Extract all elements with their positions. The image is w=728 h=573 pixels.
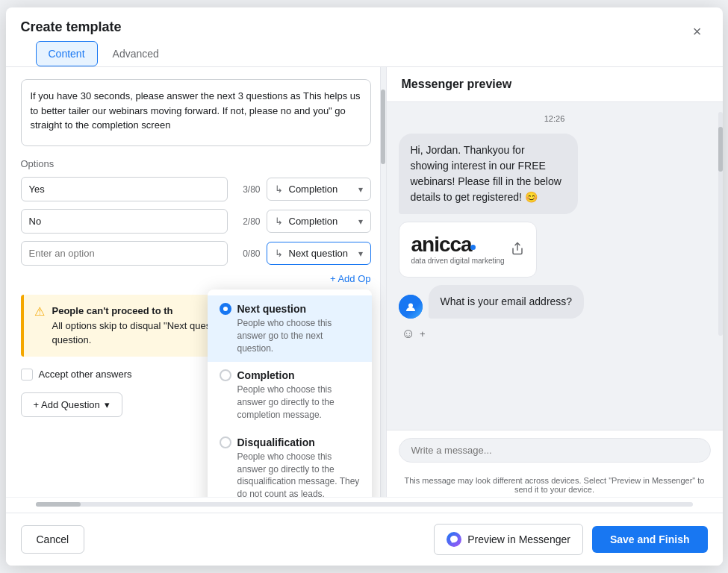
messenger-preview-area: 12:26 Hi, Jordan. Thankyou for showing i… (387, 102, 723, 430)
dropdown-item-next-question[interactable]: Next question People who choose this ans… (208, 295, 372, 362)
avatar-inner (399, 295, 423, 319)
right-panel: Messenger preview 12:26 Hi, Jordan. Than… (387, 67, 723, 497)
left-panel: If you have 30 seconds, please answer th… (6, 67, 387, 497)
tab-content[interactable]: Content (36, 41, 98, 66)
chevron-down-icon-empty: ▾ (358, 248, 363, 259)
chevron-down-icon-no: ▾ (358, 216, 363, 227)
horizontal-scroll-area (6, 497, 723, 513)
dest-arrow-yes: ↳ (275, 184, 283, 195)
option-input-empty[interactable] (21, 241, 228, 266)
dest-arrow-empty: ↳ (275, 248, 283, 259)
preview-label: Preview in Messenger (467, 533, 570, 545)
chevron-down-icon-yes: ▾ (358, 184, 363, 195)
dest-label-yes: Completion (289, 184, 338, 195)
anicca-logo-text: anicca (411, 234, 505, 255)
option-row-yes: 3/80 ↳ Completion ▾ (21, 177, 371, 201)
modal-header: Create template Content Advanced × (6, 7, 723, 67)
add-option-button[interactable]: + Add Op (330, 273, 371, 284)
right-panel-scrollbar (718, 112, 723, 336)
preview-note: This message may look different across d… (387, 470, 723, 497)
anicca-tagline: data driven digital marketing (411, 257, 505, 265)
right-panel-scrollthumb[interactable] (718, 127, 723, 172)
option-row-no: 2/80 ↳ Completion ▾ (21, 209, 371, 234)
svg-point-1 (408, 304, 413, 308)
left-panel-scrollbar (380, 67, 386, 497)
cancel-button[interactable]: Cancel (21, 525, 85, 554)
dropdown-item-disqualification[interactable]: Disqualification People who choose this … (208, 429, 372, 497)
horizontal-scrollthumb[interactable] (36, 502, 81, 507)
dropdown-desc-completion: People who choose this answer go directl… (220, 383, 360, 421)
messenger-icon (447, 532, 461, 547)
question-text[interactable]: If you have 30 seconds, please answer th… (21, 79, 371, 146)
dropdown-label-completion: Completion (237, 369, 295, 381)
add-question-button[interactable]: + Add Question ▾ (21, 392, 122, 417)
radio-inner (223, 307, 228, 311)
horizontal-scrollbar (36, 502, 693, 507)
chevron-down-icon-add-question: ▾ (105, 399, 110, 410)
close-button[interactable]: × (687, 21, 708, 42)
destination-dropdown: Next question People who choose this ans… (208, 289, 372, 497)
modal-footer: Cancel Preview in Messenger Save and Fin… (6, 513, 723, 566)
message-input-row (387, 430, 723, 470)
warning-icon: ⚠ (34, 304, 45, 319)
option-input-yes[interactable] (21, 177, 228, 201)
emoji-add-row: ☺ + (399, 326, 711, 342)
modal-body: If you have 30 seconds, please answer th… (6, 67, 723, 497)
messenger-preview-header: Messenger preview (387, 67, 723, 102)
left-panel-scrollthumb[interactable] (381, 90, 385, 164)
emoji-button[interactable]: ☺ (402, 326, 415, 342)
chat-bubble-welcome: Hi, Jordan. Thankyou for showing interes… (399, 134, 578, 214)
anicca-logo-block: anicca data driven digital marketing (411, 234, 505, 265)
dest-label-no: Completion (289, 216, 338, 227)
accept-label: Accept other answers (39, 369, 132, 380)
chat-row-email: What is your email address? (399, 285, 711, 319)
option-dest-no[interactable]: ↳ Completion ▾ (267, 210, 371, 233)
modal-title: Create template (21, 19, 171, 35)
chat-bubble-logo: anicca data driven digital marketing (399, 222, 537, 278)
dropdown-label-disqualification: Disqualification (237, 436, 315, 448)
chat-bubble-email: What is your email address? (429, 285, 585, 319)
dropdown-desc-next-question: People who choose this answer go to the … (220, 317, 360, 354)
radio-selected-icon (220, 303, 231, 315)
tab-advanced[interactable]: Advanced (101, 41, 171, 66)
accept-checkbox[interactable] (21, 369, 33, 381)
option-count-yes: 3/80 (234, 184, 261, 195)
bot-avatar (399, 295, 423, 319)
emoji-add-label: + (420, 328, 426, 339)
dropdown-label-next-question: Next question (237, 303, 307, 315)
radio-empty-completion-icon (220, 369, 231, 381)
save-and-finish-button[interactable]: Save and Finish (592, 526, 708, 553)
radio-empty-disqualification-icon (220, 436, 231, 448)
chat-timestamp: 12:26 (399, 114, 711, 123)
footer-right: Preview in Messenger Save and Finish (434, 524, 707, 555)
dest-label-empty: Next question (289, 248, 349, 259)
add-option-row: + Add Op (21, 273, 371, 284)
option-dest-yes[interactable]: ↳ Completion ▾ (267, 178, 371, 201)
preview-in-messenger-button[interactable]: Preview in Messenger (434, 524, 583, 555)
option-dest-empty[interactable]: ↳ Next question ▾ (267, 242, 371, 265)
message-input[interactable] (399, 438, 711, 463)
anicca-dot-icon (470, 245, 476, 250)
option-count-no: 2/80 (234, 216, 261, 227)
dropdown-desc-disqualification: People who choose this answer go directl… (220, 451, 360, 497)
option-input-no[interactable] (21, 209, 228, 234)
create-template-modal: Create template Content Advanced × If yo… (6, 7, 723, 566)
option-count-empty: 0/80 (234, 248, 261, 259)
dest-arrow-no: ↳ (275, 216, 283, 227)
option-row-empty: 0/80 ↳ Next question ▾ (21, 241, 371, 266)
tabs: Content Advanced (21, 35, 171, 66)
dropdown-item-completion[interactable]: Completion People who choose this answer… (208, 362, 372, 428)
options-label: Options (21, 158, 371, 169)
share-icon[interactable] (511, 242, 524, 257)
add-question-label: + Add Question (34, 399, 100, 410)
